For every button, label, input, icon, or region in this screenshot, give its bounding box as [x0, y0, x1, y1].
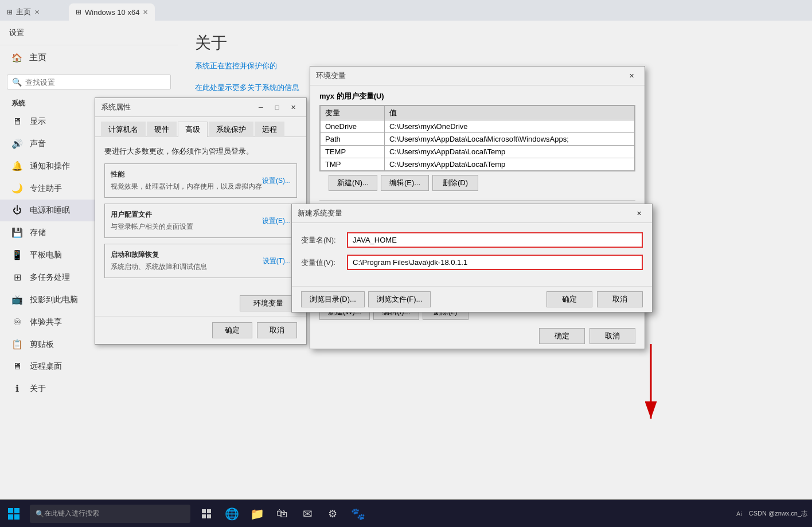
tab-home-icon: ⊞ [7, 8, 13, 16]
startup-desc: 系统启动、系统故障和调试信息 [111, 262, 207, 272]
browse-dir-btn[interactable]: 浏览目录(D)... [301, 291, 365, 307]
varval-label: 变量值(V): [301, 257, 347, 268]
sysprop-minimize-btn[interactable]: ─ [253, 102, 268, 113]
userprofile-settings-btn[interactable]: 设置(E)... [262, 216, 291, 226]
perf-title: 性能 [111, 170, 262, 179]
newsysvar-body: 变量名(N): 变量值(V): [292, 223, 652, 286]
user-del-btn[interactable]: 删除(D) [432, 175, 478, 191]
envvar-title-text: 环境变量 [316, 71, 346, 81]
startup-title: 启动和故障恢复 [111, 250, 207, 260]
taskbar-search[interactable]: 🔍 在此键入进行搜索 [30, 505, 190, 523]
search-input[interactable] [25, 78, 166, 87]
focus-label: 专注助手 [30, 184, 62, 194]
table-row[interactable]: TEMP C:\Users\myx\AppData\Local\Temp [321, 146, 635, 158]
tab-home[interactable]: ⊞ 主页 ✕ [0, 3, 69, 21]
store-btn[interactable]: 🛍 [271, 500, 294, 528]
sysprop-dialog: 系统属性 ─ □ ✕ 计算机名 硬件 高级 系统保护 远程 要进行大多数更改，你… [95, 97, 307, 345]
tab-win10-label: Windows 10 x64 [85, 8, 139, 17]
storage-icon: 💾 [11, 227, 23, 238]
tab-computername[interactable]: 计算机名 [101, 122, 146, 137]
user-vars-table-container[interactable]: 变量 值 OneDrive C:\Users\myx\OneDrive Path… [319, 105, 635, 171]
notify-icon: 🔔 [11, 161, 23, 171]
varname-input[interactable] [347, 232, 643, 248]
tab-remote[interactable]: 远程 [255, 122, 284, 137]
sysprop-cancel-btn[interactable]: 取消 [257, 322, 297, 338]
edge-btn[interactable]: 🌐 [220, 500, 243, 528]
newsysvar-close-btn[interactable]: ✕ [631, 208, 646, 219]
task-view-btn[interactable] [195, 500, 218, 528]
taskbar-icons: 🌐 📁 🛍 ✉ ⚙ 🐾 [195, 500, 369, 528]
browser-tabs: ⊞ 主页 ✕ ⊞ Windows 10 x64 ✕ [0, 0, 812, 21]
envvar-cancel-btn[interactable]: 取消 [590, 328, 635, 344]
user-var-name-0: OneDrive [321, 120, 385, 133]
power-label: 电源和睡眠 [30, 205, 70, 216]
startup-settings-btn[interactable]: 设置(T)... [263, 256, 291, 266]
tab-win10[interactable]: ⊞ Windows 10 x64 ✕ [69, 3, 155, 21]
user-var-val-0: C:\Users\myx\OneDrive [384, 120, 634, 133]
user-var-name-3: TMP [321, 158, 385, 171]
home-icon: 🏠 [11, 53, 22, 63]
power-icon: ⏻ [11, 205, 23, 216]
notify-label: 通知和操作 [30, 161, 70, 171]
col-val: 值 [384, 106, 634, 120]
table-row[interactable]: TMP C:\Users\myx\AppData\Local\Temp [321, 158, 635, 171]
table-row[interactable]: OneDrive C:\Users\myx\OneDrive [321, 120, 635, 133]
varval-row: 变量值(V): [301, 255, 643, 270]
envvar-ok-btn[interactable]: 确定 [539, 328, 585, 344]
newsysvar-footer: 浏览目录(D)... 浏览文件(F)... 确定 取消 [292, 286, 652, 312]
search-box[interactable]: 🔍 [7, 75, 171, 89]
focus-icon: 🌙 [11, 183, 23, 194]
tablet-icon: 📱 [11, 249, 23, 260]
sysprop-note: 要进行大多数更改，你必须作为管理员登录。 [104, 146, 297, 157]
windows-logo [8, 508, 19, 520]
newsysvar-ok-btn[interactable]: 确定 [546, 291, 592, 307]
browse-file-btn[interactable]: 浏览文件(F)... [368, 291, 431, 307]
sidebar-item-remote[interactable]: 🖥 远程桌面 [0, 356, 178, 377]
table-row[interactable]: Path C:\Users\myx\AppData\Local\Microsof… [321, 133, 635, 146]
sound-label: 声音 [30, 139, 46, 149]
project-icon: 📺 [11, 294, 23, 305]
csdn-watermark: CSDN @znwx.cn_志 [749, 509, 807, 518]
win-logo-q2 [14, 508, 19, 513]
perf-section: 性能 视觉效果，处理器计划，内存使用，以及虚拟内存 设置(S)... [104, 163, 297, 198]
user-new-btn[interactable]: 新建(N)... [329, 175, 377, 191]
clipboard-label: 剪贴板 [30, 339, 54, 350]
win-logo-q4 [14, 514, 19, 520]
settings-taskbar-btn[interactable]: ⚙ [321, 500, 344, 528]
multitask-icon: ⊞ [11, 272, 23, 283]
envvar-close-btn[interactable]: ✕ [624, 70, 639, 81]
tab-sysprotect[interactable]: 系统保护 [209, 122, 253, 137]
mail-btn[interactable]: ✉ [296, 500, 319, 528]
sysprop-close-btn[interactable]: ✕ [286, 102, 300, 113]
user-var-name-2: TEMP [321, 146, 385, 158]
userprofile-section: 用户配置文件 与登录帐户相关的桌面设置 设置(E)... [104, 204, 297, 238]
explorer-btn[interactable]: 📁 [245, 500, 268, 528]
tab-advanced[interactable]: 高级 [178, 122, 208, 137]
sysprop-ok-btn[interactable]: 确定 [212, 322, 252, 338]
newsysvar-cancel-btn[interactable]: 取消 [597, 291, 643, 307]
tab-win10-close[interactable]: ✕ [143, 9, 148, 16]
taskbar-ai-label: Ai [736, 510, 742, 517]
envvar-controls: ✕ [624, 70, 639, 81]
varval-input[interactable] [347, 255, 643, 270]
sysprop-env-row: 环境变量 [95, 293, 306, 316]
tab-hardware[interactable]: 硬件 [147, 122, 177, 137]
col-var: 变量 [321, 106, 385, 120]
taskbar-start-btn[interactable] [0, 500, 28, 528]
app-icon-btn[interactable]: 🐾 [346, 500, 369, 528]
svg-rect-3 [207, 509, 211, 513]
user-edit-btn[interactable]: 编辑(E)... [381, 175, 429, 191]
perf-settings-btn[interactable]: 设置(S)... [262, 176, 291, 186]
env-var-btn[interactable]: 环境变量 [240, 295, 297, 311]
sysprop-footer: 确定 取消 [95, 316, 306, 344]
clipboard-icon: 📋 [11, 339, 23, 350]
sysprop-maximize-btn[interactable]: □ [270, 102, 284, 113]
share-label: 体验共享 [30, 317, 62, 327]
tab-home-close[interactable]: ✕ [34, 9, 40, 16]
tab-win10-icon: ⊞ [76, 8, 81, 16]
sidebar-item-about[interactable]: ℹ 关于 [0, 377, 178, 400]
svg-rect-2 [202, 509, 206, 513]
nav-home[interactable]: 🏠 主页 [0, 45, 178, 70]
settings-header: 设置 [0, 21, 178, 45]
newsysvar-dialog: 新建系统变量 ✕ 变量名(N): 变量值(V): 浏览目录(D)... 浏览文件… [291, 204, 653, 313]
